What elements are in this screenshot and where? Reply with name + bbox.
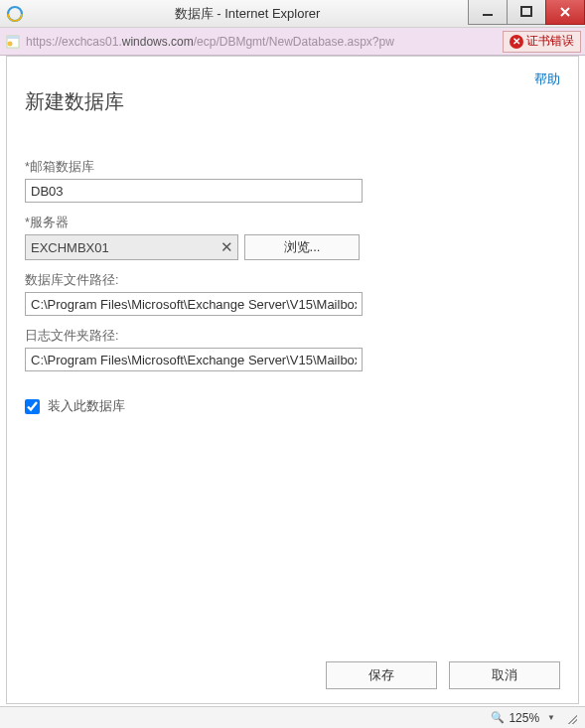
mount-checkbox-label: 装入此数据库 (48, 397, 125, 415)
minimize-button[interactable] (468, 0, 508, 25)
logpath-input[interactable] (25, 348, 363, 371)
browse-button[interactable]: 浏览... (244, 234, 360, 260)
cancel-button[interactable]: 取消 (449, 661, 560, 689)
mount-checkbox-row[interactable]: 装入此数据库 (25, 397, 560, 415)
resize-grip-icon[interactable] (565, 712, 577, 724)
mailboxdb-label: *邮箱数据库 (25, 159, 560, 176)
certificate-error-badge[interactable]: ✕ 证书错误 (503, 31, 581, 53)
dbpath-input[interactable] (25, 292, 363, 316)
zoom-level[interactable]: 125% (509, 711, 539, 725)
close-button[interactable] (545, 0, 585, 25)
page-title: 新建数据库 (25, 88, 560, 115)
window-titlebar: 数据库 - Internet Explorer (0, 0, 585, 28)
cert-error-icon: ✕ (510, 35, 523, 49)
svg-rect-2 (521, 7, 531, 16)
address-url[interactable]: https://exchcas01.windows.com/ecp/DBMgmt… (26, 35, 503, 49)
maximize-button[interactable] (507, 0, 546, 25)
server-value: EXCHMBX01 (31, 240, 109, 255)
zoom-icon[interactable]: 🔍 (491, 711, 505, 724)
svg-rect-1 (483, 14, 493, 16)
server-picker[interactable]: EXCHMBX01 ✕ (25, 234, 238, 260)
dbpath-label: 数据库文件路径: (25, 272, 560, 289)
footer-buttons: 保存 取消 (326, 661, 560, 689)
clear-server-icon[interactable]: ✕ (216, 238, 237, 256)
mailboxdb-input[interactable] (25, 179, 363, 203)
url-path: /ecp/DBMgmt/NewDatabase.aspx?pw (194, 35, 394, 49)
help-link[interactable]: 帮助 (534, 71, 560, 88)
window-controls (469, 0, 585, 27)
page-content: 帮助 新建数据库 *邮箱数据库 *服务器 EXCHMBX01 ✕ 浏览... 数… (6, 56, 579, 704)
mount-checkbox[interactable] (25, 399, 40, 414)
url-domain: windows.com (122, 35, 194, 49)
page-icon (4, 33, 22, 51)
cert-error-text: 证书错误 (526, 33, 574, 50)
zoom-dropdown-icon[interactable]: ▼ (547, 713, 555, 722)
address-bar: https://exchcas01.windows.com/ecp/DBMgmt… (0, 28, 585, 56)
url-scheme: https://exchcas01. (26, 35, 122, 49)
svg-point-5 (8, 41, 13, 46)
logpath-label: 日志文件夹路径: (25, 328, 560, 345)
window-title: 数据库 - Internet Explorer (26, 5, 469, 23)
status-bar: 🔍 125% ▼ (0, 706, 585, 728)
save-button[interactable]: 保存 (326, 661, 437, 689)
server-label: *服务器 (25, 215, 560, 231)
svg-rect-4 (7, 36, 19, 39)
ie-logo-icon (4, 3, 26, 25)
